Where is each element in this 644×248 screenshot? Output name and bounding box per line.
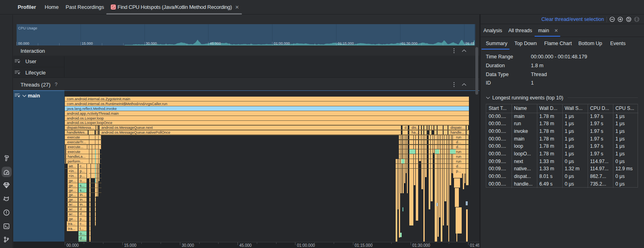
svg-text:01:00.000: 01:00.000 bbox=[297, 243, 315, 248]
svg-text:p...: p... bbox=[80, 174, 85, 178]
svg-text:android.os.Looper.loop: android.os.Looper.loop bbox=[67, 116, 104, 120]
svg-text:p...: p... bbox=[456, 169, 461, 173]
svg-text:15.000: 15.000 bbox=[124, 243, 136, 248]
svg-text:o...: o... bbox=[80, 179, 85, 183]
svg-text:p...: p... bbox=[80, 169, 85, 173]
svg-text:tra...: tra... bbox=[68, 222, 75, 226]
svg-text:execute: execute bbox=[68, 150, 80, 154]
svg-text:o...: o... bbox=[80, 231, 85, 236]
svg-text:01:30.000: 01:30.000 bbox=[412, 243, 430, 248]
svg-text:android.os.MessageQueue.next: android.os.MessageQueue.next bbox=[101, 126, 153, 130]
svg-text:dis...: dis... bbox=[412, 126, 419, 130]
svg-text:s...: s... bbox=[80, 184, 85, 188]
svg-text:com.android.internal.os.Runtim: com.android.internal.os.RuntimeInit$Meth… bbox=[67, 102, 167, 106]
svg-text:ha...: ha... bbox=[412, 130, 419, 134]
svg-text:android.os.MessageQueue.native: android.os.MessageQueue.nativePollOnce bbox=[101, 130, 170, 134]
svg-text:ge...: ge... bbox=[69, 198, 76, 202]
svg-text:30.000: 30.000 bbox=[182, 243, 194, 248]
svg-text:ac...: ac... bbox=[69, 207, 76, 211]
svg-text:ge...: ge... bbox=[69, 179, 76, 183]
svg-text:<in...: <in... bbox=[69, 174, 77, 178]
svg-text:dispatchMessa...: dispatchMessa... bbox=[67, 126, 94, 130]
svg-text:tra...: tra... bbox=[68, 227, 75, 231]
svg-text:in...: in... bbox=[80, 198, 86, 202]
svg-text:p...: p... bbox=[80, 217, 85, 221]
svg-text:com.android.internal.os.Zygote: com.android.internal.os.ZygoteInit.main bbox=[67, 97, 130, 101]
svg-text:java.lang.reflect.Method.invok: java.lang.reflect.Method.invoke bbox=[66, 107, 117, 111]
svg-text:ac...: ac... bbox=[69, 212, 76, 216]
svg-text:executeTr...: executeTr... bbox=[67, 140, 86, 144]
svg-text:run: run bbox=[456, 155, 461, 159]
svg-text:d...: d... bbox=[405, 126, 410, 130]
svg-text:handleMes...: handleMes... bbox=[67, 130, 88, 134]
svg-text:t...: t... bbox=[80, 227, 84, 231]
svg-text:ge...: ge... bbox=[69, 217, 76, 221]
svg-text:01:45.0: 01:45.0 bbox=[470, 243, 479, 248]
svg-text:rl...: rl... bbox=[80, 207, 85, 211]
svg-text:ge...: ge... bbox=[69, 193, 76, 197]
svg-text:d...: d... bbox=[456, 145, 461, 149]
svg-text:perform...: perform... bbox=[68, 159, 83, 163]
svg-text:handle...: handle... bbox=[450, 130, 464, 134]
svg-text:ac...: ac... bbox=[69, 203, 76, 207]
svg-text:c...: c... bbox=[80, 164, 85, 168]
svg-text:45.000: 45.000 bbox=[239, 243, 252, 248]
svg-text:att...: att... bbox=[69, 164, 76, 168]
svg-text:ge...: ge... bbox=[69, 188, 76, 192]
svg-text:in...: in... bbox=[80, 203, 86, 207]
svg-text:d...: d... bbox=[456, 164, 461, 168]
svg-text:00.000: 00.000 bbox=[66, 243, 79, 248]
svg-text:d...: d... bbox=[456, 140, 461, 144]
svg-text:handleLa...: handleLa... bbox=[68, 155, 86, 159]
svg-text:d...: d... bbox=[80, 236, 85, 240]
svg-text:c...: c... bbox=[80, 222, 85, 226]
svg-text:android.app.ActivityThread.mai: android.app.ActivityThread.main bbox=[67, 112, 119, 116]
svg-text:execute: execute bbox=[67, 135, 80, 139]
svg-text:android.os.Looper.loopOnce: android.os.Looper.loopOnce bbox=[67, 121, 112, 125]
svg-text:run: run bbox=[456, 150, 461, 154]
svg-text:in...: in... bbox=[80, 193, 86, 197]
svg-text:dispatc...: dispatc... bbox=[450, 126, 465, 130]
svg-text:execute...: execute... bbox=[68, 145, 83, 149]
svg-text:<in...: <in... bbox=[69, 169, 77, 173]
svg-text:run: run bbox=[456, 135, 461, 139]
svg-text:run: run bbox=[456, 159, 461, 163]
svg-text:s...: s... bbox=[80, 188, 85, 192]
svg-text:ge...: ge... bbox=[69, 184, 76, 188]
svg-text:01:15.000: 01:15.000 bbox=[355, 243, 373, 248]
svg-text:rl...: rl... bbox=[80, 212, 85, 216]
